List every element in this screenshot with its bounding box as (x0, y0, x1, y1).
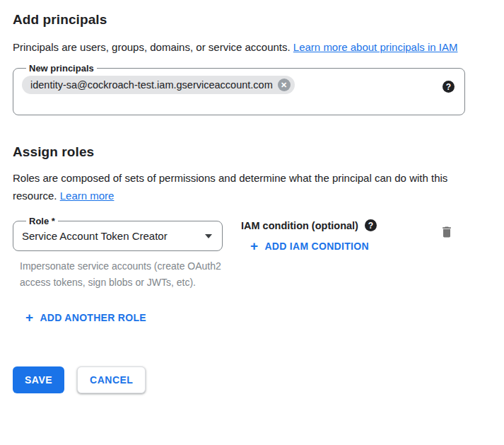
chip-close-icon[interactable]: ✕ (278, 79, 291, 91)
new-principals-help-icon[interactable]: ? (443, 81, 455, 93)
add-iam-condition-button[interactable]: + ADD IAM CONDITION (250, 241, 369, 252)
role-assignment-row: Role * Service Account Token Creator Imp… (13, 216, 465, 291)
add-iam-condition-label: ADD IAM CONDITION (264, 241, 368, 252)
add-principals-panel: Add principals Principals are users, gro… (0, 0, 504, 393)
role-helper-text: Impersonate service accounts (create OAu… (20, 258, 223, 291)
page-title: Add principals (13, 11, 491, 28)
iam-condition-help-icon[interactable]: ? (365, 219, 377, 231)
role-select-field[interactable]: Role * Service Account Token Creator (13, 216, 223, 251)
learn-more-roles-link[interactable]: Learn more (60, 190, 115, 202)
delete-role-button[interactable] (440, 225, 454, 241)
iam-condition-column: IAM condition (optional) ? + ADD IAM CON… (241, 216, 377, 253)
cancel-button[interactable]: CANCEL (77, 366, 146, 393)
role-label: Role * (26, 216, 58, 226)
trash-icon (440, 231, 454, 241)
principals-description: Principals are users, groups, domains, o… (13, 38, 478, 56)
principals-description-text: Principals are users, groups, domains, o… (13, 41, 293, 53)
save-button[interactable]: SAVE (13, 366, 64, 393)
role-select-value-row[interactable]: Service Account Token Creator (22, 230, 213, 242)
iam-condition-label-row: IAM condition (optional) ? (241, 219, 377, 231)
new-principals-label: New principals (26, 63, 97, 74)
learn-more-principals-link[interactable]: Learn more about principals in IAM (293, 41, 458, 53)
assign-roles-title: Assign roles (13, 144, 491, 160)
plus-icon: + (250, 241, 258, 252)
role-column: Role * Service Account Token Creator Imp… (13, 216, 223, 291)
role-selected-value: Service Account Token Creator (22, 230, 168, 242)
plus-icon: + (25, 312, 33, 323)
assign-roles-description: Roles are composed of sets of permission… (13, 169, 459, 204)
dialog-actions: SAVE CANCEL (13, 366, 491, 393)
add-another-role-label: ADD ANOTHER ROLE (40, 312, 146, 323)
dropdown-arrow-icon (205, 234, 212, 238)
add-another-role-button[interactable]: + ADD ANOTHER ROLE (25, 312, 146, 323)
principal-chip-text: identity-sa@cockroach-test.iam.gservicea… (30, 79, 273, 91)
principal-chip: identity-sa@cockroach-test.iam.gservicea… (22, 76, 295, 94)
new-principals-field[interactable]: New principals identity-sa@cockroach-tes… (13, 63, 465, 115)
iam-condition-label: IAM condition (optional) (241, 220, 358, 231)
